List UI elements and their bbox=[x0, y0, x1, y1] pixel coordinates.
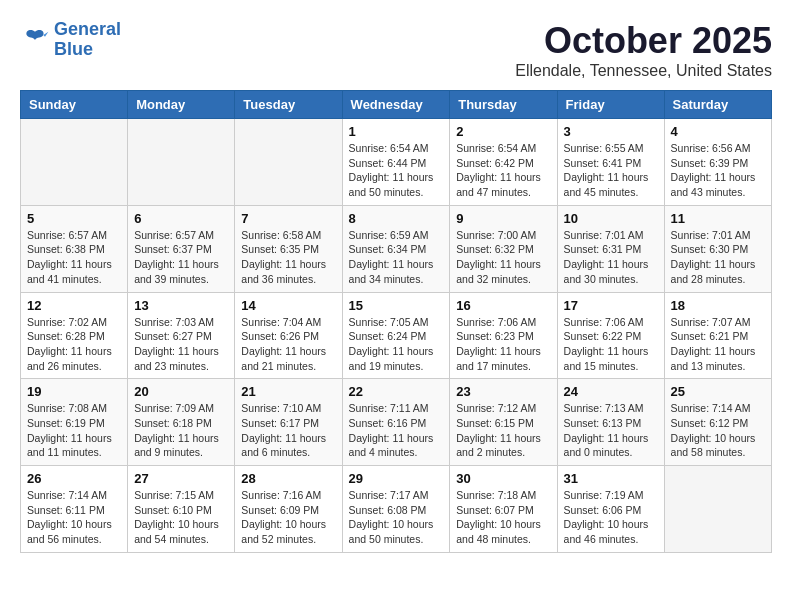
week-row-3: 12Sunrise: 7:02 AM Sunset: 6:28 PM Dayli… bbox=[21, 292, 772, 379]
day-number: 24 bbox=[564, 384, 658, 399]
day-info: Sunrise: 6:54 AM Sunset: 6:44 PM Dayligh… bbox=[349, 141, 444, 200]
day-number: 21 bbox=[241, 384, 335, 399]
day-info: Sunrise: 7:19 AM Sunset: 6:06 PM Dayligh… bbox=[564, 488, 658, 547]
calendar-cell bbox=[235, 119, 342, 206]
day-info: Sunrise: 7:13 AM Sunset: 6:13 PM Dayligh… bbox=[564, 401, 658, 460]
day-info: Sunrise: 7:10 AM Sunset: 6:17 PM Dayligh… bbox=[241, 401, 335, 460]
calendar-cell: 25Sunrise: 7:14 AM Sunset: 6:12 PM Dayli… bbox=[664, 379, 771, 466]
day-number: 31 bbox=[564, 471, 658, 486]
calendar-cell: 26Sunrise: 7:14 AM Sunset: 6:11 PM Dayli… bbox=[21, 466, 128, 553]
day-info: Sunrise: 7:16 AM Sunset: 6:09 PM Dayligh… bbox=[241, 488, 335, 547]
day-number: 20 bbox=[134, 384, 228, 399]
calendar-cell: 30Sunrise: 7:18 AM Sunset: 6:07 PM Dayli… bbox=[450, 466, 557, 553]
day-number: 12 bbox=[27, 298, 121, 313]
day-number: 7 bbox=[241, 211, 335, 226]
day-number: 30 bbox=[456, 471, 550, 486]
day-info: Sunrise: 6:57 AM Sunset: 6:38 PM Dayligh… bbox=[27, 228, 121, 287]
calendar-cell: 18Sunrise: 7:07 AM Sunset: 6:21 PM Dayli… bbox=[664, 292, 771, 379]
calendar-cell bbox=[664, 466, 771, 553]
day-number: 16 bbox=[456, 298, 550, 313]
weekday-header-saturday: Saturday bbox=[664, 91, 771, 119]
weekday-header-thursday: Thursday bbox=[450, 91, 557, 119]
week-row-4: 19Sunrise: 7:08 AM Sunset: 6:19 PM Dayli… bbox=[21, 379, 772, 466]
calendar-cell bbox=[128, 119, 235, 206]
week-row-5: 26Sunrise: 7:14 AM Sunset: 6:11 PM Dayli… bbox=[21, 466, 772, 553]
location: Ellendale, Tennessee, United States bbox=[515, 62, 772, 80]
day-number: 28 bbox=[241, 471, 335, 486]
calendar-cell: 7Sunrise: 6:58 AM Sunset: 6:35 PM Daylig… bbox=[235, 205, 342, 292]
title-block: October 2025 Ellendale, Tennessee, Unite… bbox=[515, 20, 772, 80]
calendar-cell: 28Sunrise: 7:16 AM Sunset: 6:09 PM Dayli… bbox=[235, 466, 342, 553]
day-info: Sunrise: 7:09 AM Sunset: 6:18 PM Dayligh… bbox=[134, 401, 228, 460]
day-info: Sunrise: 6:59 AM Sunset: 6:34 PM Dayligh… bbox=[349, 228, 444, 287]
day-info: Sunrise: 7:06 AM Sunset: 6:22 PM Dayligh… bbox=[564, 315, 658, 374]
month-title: October 2025 bbox=[515, 20, 772, 62]
weekday-header-tuesday: Tuesday bbox=[235, 91, 342, 119]
day-info: Sunrise: 6:55 AM Sunset: 6:41 PM Dayligh… bbox=[564, 141, 658, 200]
day-number: 18 bbox=[671, 298, 765, 313]
day-number: 6 bbox=[134, 211, 228, 226]
day-number: 13 bbox=[134, 298, 228, 313]
calendar-cell: 23Sunrise: 7:12 AM Sunset: 6:15 PM Dayli… bbox=[450, 379, 557, 466]
calendar-cell: 24Sunrise: 7:13 AM Sunset: 6:13 PM Dayli… bbox=[557, 379, 664, 466]
calendar-cell: 21Sunrise: 7:10 AM Sunset: 6:17 PM Dayli… bbox=[235, 379, 342, 466]
calendar-cell: 9Sunrise: 7:00 AM Sunset: 6:32 PM Daylig… bbox=[450, 205, 557, 292]
day-info: Sunrise: 7:01 AM Sunset: 6:31 PM Dayligh… bbox=[564, 228, 658, 287]
calendar-cell: 6Sunrise: 6:57 AM Sunset: 6:37 PM Daylig… bbox=[128, 205, 235, 292]
calendar-cell: 1Sunrise: 6:54 AM Sunset: 6:44 PM Daylig… bbox=[342, 119, 450, 206]
day-info: Sunrise: 6:56 AM Sunset: 6:39 PM Dayligh… bbox=[671, 141, 765, 200]
day-number: 14 bbox=[241, 298, 335, 313]
day-number: 8 bbox=[349, 211, 444, 226]
calendar-cell: 31Sunrise: 7:19 AM Sunset: 6:06 PM Dayli… bbox=[557, 466, 664, 553]
day-number: 15 bbox=[349, 298, 444, 313]
day-info: Sunrise: 7:07 AM Sunset: 6:21 PM Dayligh… bbox=[671, 315, 765, 374]
logo-icon bbox=[20, 25, 50, 55]
calendar-cell: 13Sunrise: 7:03 AM Sunset: 6:27 PM Dayli… bbox=[128, 292, 235, 379]
day-info: Sunrise: 7:05 AM Sunset: 6:24 PM Dayligh… bbox=[349, 315, 444, 374]
day-info: Sunrise: 6:58 AM Sunset: 6:35 PM Dayligh… bbox=[241, 228, 335, 287]
day-info: Sunrise: 7:04 AM Sunset: 6:26 PM Dayligh… bbox=[241, 315, 335, 374]
day-info: Sunrise: 7:02 AM Sunset: 6:28 PM Dayligh… bbox=[27, 315, 121, 374]
day-number: 25 bbox=[671, 384, 765, 399]
day-info: Sunrise: 7:15 AM Sunset: 6:10 PM Dayligh… bbox=[134, 488, 228, 547]
day-info: Sunrise: 7:17 AM Sunset: 6:08 PM Dayligh… bbox=[349, 488, 444, 547]
day-number: 9 bbox=[456, 211, 550, 226]
week-row-2: 5Sunrise: 6:57 AM Sunset: 6:38 PM Daylig… bbox=[21, 205, 772, 292]
week-row-1: 1Sunrise: 6:54 AM Sunset: 6:44 PM Daylig… bbox=[21, 119, 772, 206]
calendar-cell: 4Sunrise: 6:56 AM Sunset: 6:39 PM Daylig… bbox=[664, 119, 771, 206]
calendar-cell: 17Sunrise: 7:06 AM Sunset: 6:22 PM Dayli… bbox=[557, 292, 664, 379]
calendar-cell: 22Sunrise: 7:11 AM Sunset: 6:16 PM Dayli… bbox=[342, 379, 450, 466]
day-info: Sunrise: 7:06 AM Sunset: 6:23 PM Dayligh… bbox=[456, 315, 550, 374]
day-number: 10 bbox=[564, 211, 658, 226]
day-number: 17 bbox=[564, 298, 658, 313]
calendar-cell: 27Sunrise: 7:15 AM Sunset: 6:10 PM Dayli… bbox=[128, 466, 235, 553]
day-number: 11 bbox=[671, 211, 765, 226]
weekday-header-monday: Monday bbox=[128, 91, 235, 119]
calendar-cell: 2Sunrise: 6:54 AM Sunset: 6:42 PM Daylig… bbox=[450, 119, 557, 206]
calendar-cell: 19Sunrise: 7:08 AM Sunset: 6:19 PM Dayli… bbox=[21, 379, 128, 466]
day-info: Sunrise: 7:11 AM Sunset: 6:16 PM Dayligh… bbox=[349, 401, 444, 460]
calendar-cell: 29Sunrise: 7:17 AM Sunset: 6:08 PM Dayli… bbox=[342, 466, 450, 553]
day-info: Sunrise: 6:54 AM Sunset: 6:42 PM Dayligh… bbox=[456, 141, 550, 200]
day-number: 5 bbox=[27, 211, 121, 226]
calendar-cell: 12Sunrise: 7:02 AM Sunset: 6:28 PM Dayli… bbox=[21, 292, 128, 379]
day-info: Sunrise: 7:18 AM Sunset: 6:07 PM Dayligh… bbox=[456, 488, 550, 547]
day-info: Sunrise: 7:03 AM Sunset: 6:27 PM Dayligh… bbox=[134, 315, 228, 374]
day-info: Sunrise: 7:00 AM Sunset: 6:32 PM Dayligh… bbox=[456, 228, 550, 287]
weekday-header-wednesday: Wednesday bbox=[342, 91, 450, 119]
calendar-cell: 20Sunrise: 7:09 AM Sunset: 6:18 PM Dayli… bbox=[128, 379, 235, 466]
day-number: 3 bbox=[564, 124, 658, 139]
calendar-cell: 5Sunrise: 6:57 AM Sunset: 6:38 PM Daylig… bbox=[21, 205, 128, 292]
day-number: 27 bbox=[134, 471, 228, 486]
calendar-cell: 15Sunrise: 7:05 AM Sunset: 6:24 PM Dayli… bbox=[342, 292, 450, 379]
weekday-header-sunday: Sunday bbox=[21, 91, 128, 119]
day-number: 22 bbox=[349, 384, 444, 399]
day-number: 2 bbox=[456, 124, 550, 139]
day-info: Sunrise: 6:57 AM Sunset: 6:37 PM Dayligh… bbox=[134, 228, 228, 287]
calendar-cell: 8Sunrise: 6:59 AM Sunset: 6:34 PM Daylig… bbox=[342, 205, 450, 292]
calendar-table: SundayMondayTuesdayWednesdayThursdayFrid… bbox=[20, 90, 772, 553]
day-info: Sunrise: 7:01 AM Sunset: 6:30 PM Dayligh… bbox=[671, 228, 765, 287]
day-number: 23 bbox=[456, 384, 550, 399]
day-number: 4 bbox=[671, 124, 765, 139]
day-number: 26 bbox=[27, 471, 121, 486]
